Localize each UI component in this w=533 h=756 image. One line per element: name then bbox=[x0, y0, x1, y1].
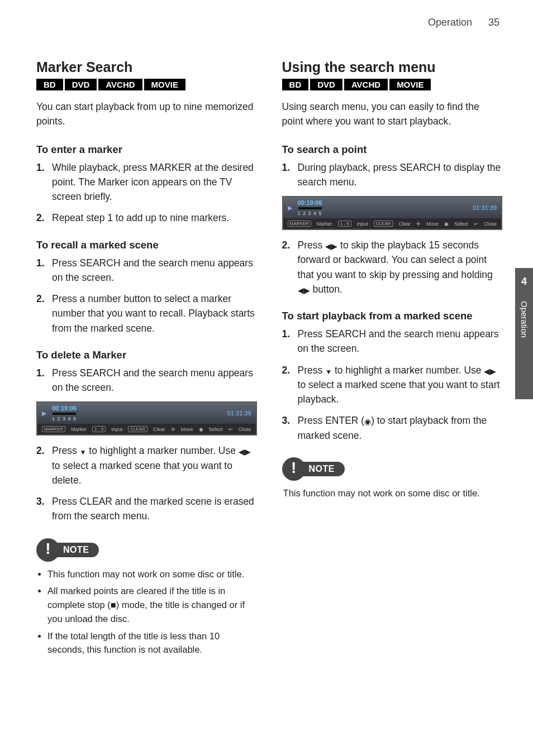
delete-step-2-text: Press ▼ to highlight a marker number. Us… bbox=[52, 443, 257, 487]
heading-search-point: To search a point bbox=[282, 143, 503, 156]
osd-move-icon: ✢ bbox=[416, 221, 421, 227]
recall-step-1-text: Press SEARCH and the search menu appears… bbox=[52, 256, 257, 285]
enter-step-2-text: Repeat step 1 to add up to nine markers. bbox=[52, 210, 229, 225]
osd-select-icon: ◉ bbox=[199, 427, 203, 432]
start-step-3-text: Press ENTER (◉) to start playback from t… bbox=[298, 413, 503, 443]
chapter-side-tab: 4 Operation bbox=[515, 268, 533, 399]
osd-total-time: 01:31:39 bbox=[227, 410, 251, 417]
search-step-2-text-c: button. bbox=[310, 284, 342, 295]
osd-close-icon: ↩ bbox=[474, 221, 478, 227]
header-section: Operation bbox=[428, 17, 472, 28]
delete-step-2: 2. Press ▼ to highlight a marker number.… bbox=[36, 443, 257, 487]
note-text-right: This function may not work on some disc … bbox=[283, 486, 503, 500]
using-search-menu-title: Using the search menu bbox=[282, 59, 503, 75]
note-icon: ! bbox=[36, 538, 60, 562]
search-step-2-text: Press ◀▶ to skip the playback 15 seconds… bbox=[298, 238, 503, 296]
recall-step-2-text: Press a number button to select a marker… bbox=[52, 291, 257, 336]
heading-delete-marker: To delete a Marker bbox=[36, 349, 257, 361]
osd-input-lbl: Input bbox=[111, 427, 122, 432]
osd-clear-btn: CLEAR bbox=[128, 426, 147, 432]
osd-select-lbl: Select bbox=[454, 221, 468, 227]
osd-clear-btn: CLEAR bbox=[374, 221, 393, 227]
delete-step-2-text-b: to highlight a marker number. Use bbox=[87, 445, 239, 456]
osd-clear-lbl: Clear bbox=[153, 427, 165, 432]
right-column: Using the search menu BD DVD AVCHD MOVIE… bbox=[282, 59, 503, 660]
recall-step-1: 1.Press SEARCH and the search menu appea… bbox=[36, 256, 257, 285]
start-step-3-text-a: Press ENTER ( bbox=[298, 415, 365, 426]
start-step-2-text-b: to highlight a marker number. Use bbox=[332, 365, 484, 376]
osd-marker-numbers: 1 2 3 4 5 bbox=[52, 416, 77, 422]
note-item: This function may not work on some disc … bbox=[47, 567, 257, 581]
format-dvd: DVD bbox=[310, 79, 344, 90]
format-bd: BD bbox=[36, 79, 65, 90]
start-step-2-text: Press ▼ to highlight a marker number. Us… bbox=[298, 363, 503, 407]
enter-step-1: 1.While playback, press MARKER at the de… bbox=[36, 160, 257, 204]
down-icon: ▼ bbox=[80, 449, 87, 456]
osd-marker-lbl: Marker bbox=[71, 427, 87, 432]
note-header-left: ! NOTE bbox=[36, 538, 257, 562]
running-header: Operation 35 bbox=[36, 17, 499, 28]
heading-start-playback: To start playback from a marked scene bbox=[282, 310, 503, 322]
chapter-number: 4 bbox=[515, 276, 533, 288]
start-step-1-text: Press SEARCH and the search menu appears… bbox=[298, 327, 503, 356]
osd-close-lbl: Close bbox=[239, 427, 251, 432]
search-menu-screenshot: ▶ 00:19:06 1 2 3 4 5 01:31:39 MARKERMark… bbox=[282, 196, 503, 230]
format-badges: BD DVD AVCHD MOVIE bbox=[36, 79, 257, 90]
play-icon: ▶ bbox=[42, 410, 46, 417]
play-icon: ▶ bbox=[288, 204, 292, 212]
down-icon: ▼ bbox=[325, 369, 332, 375]
osd-close-lbl: Close bbox=[484, 221, 497, 227]
osd-move-lbl: Move bbox=[426, 221, 439, 227]
search-step-1-text: During playback, press SEARCH to display… bbox=[298, 160, 503, 190]
start-step-1: 1.Press SEARCH and the search menu appea… bbox=[282, 327, 503, 356]
marker-search-title: Marker Search bbox=[36, 59, 257, 75]
note-icon: ! bbox=[282, 457, 306, 481]
delete-step-2-text-c: to select a marked scene that you want t… bbox=[52, 460, 232, 486]
delete-step-1-text: Press SEARCH and the search menu appears… bbox=[52, 366, 257, 395]
osd-clear-lbl: Clear bbox=[399, 221, 411, 227]
delete-step-3-text: Press CLEAR and the marked scene is eras… bbox=[52, 494, 257, 524]
format-dvd: DVD bbox=[65, 79, 99, 90]
osd-select-lbl: Select bbox=[209, 427, 223, 432]
osd-close-icon: ↩ bbox=[229, 427, 233, 432]
note-item: If the total length of the title is less… bbox=[47, 629, 257, 657]
delete-step-1: 1.Press SEARCH and the search menu appea… bbox=[36, 366, 257, 395]
enter-icon: ◉ bbox=[364, 418, 371, 425]
delete-step-2-text-a: Press bbox=[52, 445, 80, 456]
note-list-left: This function may not work on some disc … bbox=[36, 567, 257, 657]
marker-search-lead: You can start playback from up to nine m… bbox=[36, 99, 257, 129]
osd-move-icon: ✢ bbox=[171, 427, 175, 432]
start-step-2-text-c: to select a marked scene that you want t… bbox=[298, 379, 500, 405]
note-item: All marked points are cleared if the tit… bbox=[47, 584, 257, 625]
osd-total-time: 01:31:39 bbox=[473, 204, 497, 211]
osd-move-lbl: Move bbox=[181, 427, 193, 432]
using-search-lead: Using search menu, you can easily to fin… bbox=[282, 99, 503, 129]
left-right-icon: ◀▶ bbox=[484, 367, 496, 375]
start-step-2-text-a: Press bbox=[298, 365, 326, 376]
osd-input-lbl: Input bbox=[357, 221, 368, 227]
osd-select-icon: ◉ bbox=[444, 221, 449, 227]
osd-marker-btn: MARKER bbox=[288, 221, 311, 227]
format-movie: MOVIE bbox=[144, 79, 185, 90]
format-bd: BD bbox=[282, 79, 311, 90]
osd-marker-btn: MARKER bbox=[42, 426, 65, 432]
format-badges: BD DVD AVCHD MOVIE bbox=[282, 79, 503, 90]
osd-input-btn: 1 - 9 bbox=[92, 426, 106, 432]
osd-marker-lbl: Marker bbox=[317, 221, 332, 227]
format-movie: MOVIE bbox=[389, 79, 431, 90]
left-right-icon: ◀▶ bbox=[239, 448, 251, 456]
note-header-right: ! NOTE bbox=[282, 457, 503, 481]
heading-recall-scene: To recall a marked scene bbox=[36, 239, 257, 251]
heading-enter-marker: To enter a marker bbox=[36, 143, 257, 156]
chapter-name: Operation bbox=[520, 301, 529, 338]
left-right-icon: ◀▶ bbox=[298, 286, 310, 294]
search-menu-screenshot: ▶ 00:19:06 1 2 3 4 5 01:31:39 MARKERMark… bbox=[36, 401, 257, 436]
start-step-2: 2. Press ▼ to highlight a marker number.… bbox=[282, 363, 503, 407]
osd-input-btn: 1 - 9 bbox=[338, 221, 351, 227]
start-step-3: 3. Press ENTER (◉) to start playback fro… bbox=[282, 413, 503, 443]
search-step-1: 1.During playback, press SEARCH to displ… bbox=[282, 160, 503, 190]
left-right-icon: ◀▶ bbox=[325, 242, 337, 250]
left-column: Marker Search BD DVD AVCHD MOVIE You can… bbox=[36, 59, 257, 660]
search-step-2: 2. Press ◀▶ to skip the playback 15 seco… bbox=[282, 238, 503, 296]
header-page-number: 35 bbox=[488, 17, 499, 28]
